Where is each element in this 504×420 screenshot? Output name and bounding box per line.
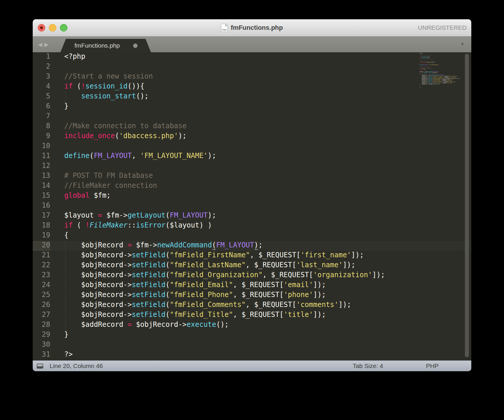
code-line[interactable]: 2 xyxy=(33,62,471,72)
line-number: 24 xyxy=(33,281,50,291)
tab-size-indicator[interactable]: Tab Size: 4 xyxy=(353,362,383,369)
code-line[interactable]: 29} xyxy=(33,330,471,340)
document-icon: PHP xyxy=(221,24,228,32)
code-line[interactable]: 6} xyxy=(33,102,471,112)
prev-tab-arrow-icon[interactable]: ◀ xyxy=(38,42,42,47)
line-number: 22 xyxy=(33,261,50,271)
code-line[interactable]: 1<?php xyxy=(33,52,471,62)
code-line[interactable]: 8//Make connection to database xyxy=(33,122,471,132)
traffic-lights xyxy=(38,19,67,36)
code-line[interactable]: 28 $addRecord = $objRecord->execute(); xyxy=(33,320,471,330)
line-number: 19 xyxy=(33,231,50,241)
code-line[interactable]: 13# POST TO FM Database xyxy=(33,171,471,181)
code-line[interactable]: 26 $objRecord->setField("fmField_Comment… xyxy=(33,301,471,310)
code-line[interactable]: 23 $objRecord->setField("fmField_Organiz… xyxy=(33,271,471,281)
status-bar: Line 20, Column 46 Tab Size: 4 PHP xyxy=(33,360,471,371)
sublime-text-window: PHP fmFunctions.php UNREGISTERED ◀ ▶ fmF… xyxy=(33,19,471,371)
code-line[interactable]: 18if ( !FileMaker::isError($layout) ) xyxy=(33,221,471,231)
line-number: 16 xyxy=(33,201,50,211)
code-line[interactable]: 31?> xyxy=(33,350,471,360)
code-line[interactable]: 30 xyxy=(33,340,471,350)
line-number: 26 xyxy=(33,301,50,310)
registration-status: UNREGISTERED xyxy=(418,19,467,36)
minimap[interactable]: <?php//Start a new sessionif (!session_i… xyxy=(420,53,461,360)
code-line[interactable]: 12 xyxy=(33,162,471,171)
next-tab-arrow-icon[interactable]: ▶ xyxy=(44,42,49,47)
line-number: 30 xyxy=(33,340,50,350)
code-line[interactable]: 19{ xyxy=(33,231,471,241)
line-number: 10 xyxy=(33,142,50,152)
line-number: 27 xyxy=(33,310,50,320)
code-line[interactable]: 20 $objRecord = $fm->newAddCommand(FM_LA… xyxy=(33,241,471,251)
tab-nav-arrows: ◀ ▶ xyxy=(38,37,48,52)
code-line[interactable]: 27 $objRecord->setField("fmField_Title",… xyxy=(33,310,471,320)
line-number: 14 xyxy=(33,181,50,191)
line-number: 9 xyxy=(33,132,50,142)
line-number: 8 xyxy=(33,122,50,132)
maximize-button[interactable] xyxy=(60,24,67,32)
line-number: 3 xyxy=(33,72,50,82)
line-number: 17 xyxy=(33,211,50,221)
line-number: 23 xyxy=(33,271,50,281)
modified-indicator-dot[interactable] xyxy=(133,44,138,48)
code-line[interactable]: 4if (!session_id()){ xyxy=(33,82,471,92)
tab-bar: ◀ ▶ fmFunctions.php ▼ xyxy=(33,37,471,52)
code-line[interactable]: 9include_once('dbaccess.php'); xyxy=(33,132,471,142)
editor-pane: 1<?php23//Start a new session4if (!sessi… xyxy=(33,52,471,360)
code-line[interactable]: 3//Start a new session xyxy=(33,72,471,82)
title-group: PHP fmFunctions.php xyxy=(221,24,283,32)
code-line[interactable]: 14//FileMaker connection xyxy=(33,181,471,191)
line-number: 15 xyxy=(33,191,50,201)
code-line[interactable]: 15global $fm; xyxy=(33,191,471,201)
language-indicator[interactable]: PHP xyxy=(426,362,439,369)
code-line[interactable]: 17$layout = $fm->getLayout(FM_LAYOUT); xyxy=(33,211,471,221)
line-number: 18 xyxy=(33,221,50,231)
line-number: 12 xyxy=(33,162,50,171)
line-number: 11 xyxy=(33,152,50,162)
tab-overflow-dropdown-icon[interactable]: ▼ xyxy=(460,37,465,52)
line-number: 6 xyxy=(33,102,50,112)
line-number: 4 xyxy=(33,82,50,92)
line-number: 1 xyxy=(33,52,50,62)
line-number: 29 xyxy=(33,330,50,340)
code-line[interactable]: 24 $objRecord->setField("fmField_Email",… xyxy=(33,281,471,291)
line-number: 20 xyxy=(33,241,50,251)
line-number: 25 xyxy=(33,291,50,301)
line-number: 7 xyxy=(33,112,50,122)
code-line[interactable]: 5 session_start(); xyxy=(33,92,471,102)
code-line[interactable]: 25 $objRecord->setField("fmField_Phone",… xyxy=(33,291,471,301)
close-button[interactable] xyxy=(38,24,45,32)
line-number: 2 xyxy=(33,62,50,72)
minimize-button[interactable] xyxy=(49,24,56,32)
code-line[interactable]: 11define(FM_LAYOUT, 'FM_LAYOUT_NAME'); xyxy=(33,152,471,162)
vertical-scrollbar[interactable] xyxy=(465,54,469,357)
window-title: fmFunctions.php xyxy=(231,24,283,32)
code-line[interactable]: 10 xyxy=(33,142,471,152)
line-number: 21 xyxy=(33,251,50,261)
tab-fmfunctions[interactable]: fmFunctions.php xyxy=(60,39,151,52)
line-number: 13 xyxy=(33,171,50,181)
code-line[interactable]: 16 xyxy=(33,201,471,211)
minimap-line: ?> xyxy=(420,87,461,88)
code-area[interactable]: 1<?php23//Start a new session4if (!sessi… xyxy=(33,52,471,360)
document-icon-label: PHP xyxy=(222,29,227,31)
unsaved-changes-dot xyxy=(40,26,43,29)
code-line[interactable]: 21 $objRecord->setField("fmField_FirstNa… xyxy=(33,251,471,261)
cursor-position-indicator: Line 20, Column 46 xyxy=(50,362,103,369)
tab-label: fmFunctions.php xyxy=(74,42,120,49)
titlebar[interactable]: PHP fmFunctions.php UNREGISTERED xyxy=(33,19,471,37)
code-line[interactable]: 22 $objRecord->setField("fmField_LastNam… xyxy=(33,261,471,271)
code-line[interactable]: 7 xyxy=(33,112,471,122)
line-number: 5 xyxy=(33,92,50,102)
line-number: 31 xyxy=(33,350,50,360)
panel-toggle-icon[interactable] xyxy=(37,364,43,369)
line-number: 28 xyxy=(33,320,50,330)
